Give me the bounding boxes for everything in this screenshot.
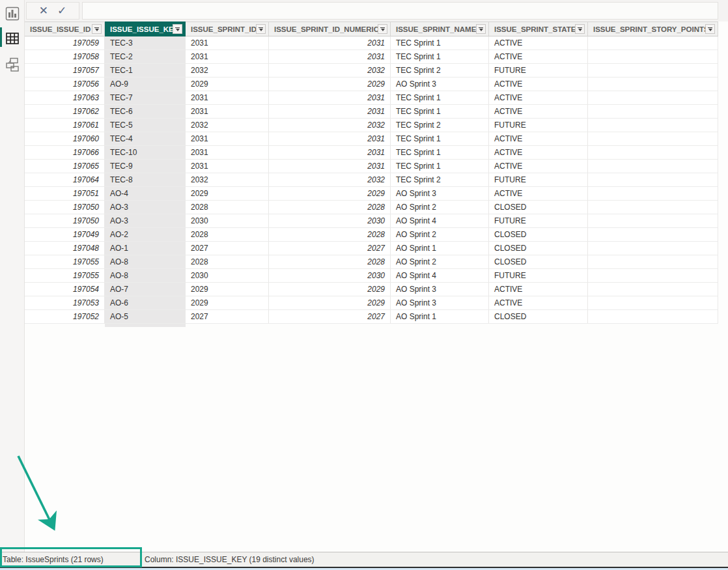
table-cell[interactable]: AO-3	[105, 201, 186, 214]
table-cell[interactable]: AO Sprint 4	[391, 214, 489, 228]
table-cell[interactable]: AO Sprint 4	[391, 269, 489, 283]
table-cell[interactable]: ACTIVE	[489, 78, 588, 91]
table-cell[interactable]: TEC Sprint 1	[391, 105, 489, 119]
column-header-issue_sprint_name[interactable]: ISSUE_SPRINT_NAME	[391, 21, 489, 36]
table-cell[interactable]: 2029	[269, 187, 391, 201]
table-cell[interactable]: AO-1	[105, 242, 186, 255]
table-cell[interactable]: ACTIVE	[489, 132, 588, 146]
table-cell[interactable]: AO Sprint 3	[391, 78, 489, 91]
table-cell[interactable]: ACTIVE	[489, 296, 588, 310]
table-cell[interactable]: TEC-8	[105, 173, 186, 187]
table-cell[interactable]: 2031	[269, 146, 391, 160]
table-cell[interactable]	[588, 119, 718, 132]
table-cell[interactable]: TEC Sprint 1	[391, 146, 489, 160]
table-cell[interactable]: 2029	[269, 296, 391, 310]
table-cell[interactable]	[588, 242, 718, 255]
table-cell[interactable]: TEC Sprint 2	[391, 64, 489, 78]
table-cell[interactable]: TEC Sprint 2	[391, 173, 489, 187]
table-cell[interactable]: AO-8	[105, 269, 186, 283]
table-cell[interactable]: TEC Sprint 1	[391, 36, 489, 50]
table-cell[interactable]: 197050	[25, 214, 105, 228]
table-cell[interactable]: ACTIVE	[489, 146, 588, 160]
column-header-issue_sprint_id_numeric[interactable]: ISSUE_SPRINT_ID_NUMERIC	[269, 21, 391, 36]
column-header-issue_issue_id[interactable]: ISSUE_ISSUE_ID	[25, 21, 105, 36]
table-cell[interactable]: TEC Sprint 1	[391, 91, 489, 105]
table-cell[interactable]: FUTURE	[489, 173, 588, 187]
table-cell[interactable]: AO Sprint 2	[391, 228, 489, 242]
table-cell[interactable]: 2031	[186, 146, 269, 160]
column-filter-dropdown-icon[interactable]	[378, 24, 387, 34]
column-filter-dropdown-icon[interactable]	[476, 24, 486, 34]
table-cell[interactable]: 2029	[186, 296, 269, 310]
table-cell[interactable]: AO Sprint 3	[391, 296, 489, 310]
table-cell[interactable]: 197057	[25, 64, 105, 78]
table-cell[interactable]	[588, 160, 718, 173]
table-cell[interactable]: TEC-5	[105, 119, 186, 132]
table-cell[interactable]: 2031	[269, 105, 391, 119]
table-cell[interactable]: 2029	[186, 78, 269, 91]
table-cell[interactable]: 197054	[25, 283, 105, 296]
table-cell[interactable]: 197048	[25, 242, 105, 255]
table-cell[interactable]	[588, 283, 718, 296]
table-cell[interactable]	[588, 255, 718, 269]
table-cell[interactable]: 197051	[25, 187, 105, 201]
table-cell[interactable]: 197055	[25, 255, 105, 269]
table-cell[interactable]: AO Sprint 3	[391, 283, 489, 296]
formula-bar-input[interactable]	[82, 2, 718, 20]
table-cell[interactable]: AO Sprint 1	[391, 242, 489, 255]
table-cell[interactable]: 197063	[25, 91, 105, 105]
table-cell[interactable]: FUTURE	[489, 214, 588, 228]
table-cell[interactable]: 2032	[186, 173, 269, 187]
table-cell[interactable]: 2027	[269, 310, 391, 324]
table-cell[interactable]: AO Sprint 3	[391, 187, 489, 201]
table-cell[interactable]	[588, 214, 718, 228]
table-cell[interactable]: AO-7	[105, 283, 186, 296]
table-cell[interactable]: AO-9	[105, 78, 186, 91]
table-cell[interactable]: 2032	[269, 64, 391, 78]
column-filter-dropdown-icon[interactable]	[256, 24, 266, 34]
table-cell[interactable]: TEC-2	[105, 50, 186, 64]
table-cell[interactable]: ACTIVE	[489, 187, 588, 201]
table-cell[interactable]: 197061	[25, 119, 105, 132]
table-cell[interactable]: 2028	[186, 255, 269, 269]
table-cell[interactable]: AO-5	[105, 310, 186, 324]
cancel-icon[interactable]: ✕	[39, 5, 48, 16]
table-cell[interactable]: FUTURE	[489, 119, 588, 132]
table-cell[interactable]: 197049	[25, 228, 105, 242]
table-cell[interactable]: 2031	[269, 50, 391, 64]
table-cell[interactable]	[588, 132, 718, 146]
table-cell[interactable]	[588, 187, 718, 201]
table-cell[interactable]: 197062	[25, 105, 105, 119]
table-cell[interactable]: AO-4	[105, 187, 186, 201]
table-cell[interactable]: CLOSED	[489, 255, 588, 269]
table-cell[interactable]: AO Sprint 2	[391, 255, 489, 269]
table-cell[interactable]: 197064	[25, 173, 105, 187]
table-cell[interactable]: TEC-6	[105, 105, 186, 119]
table-cell[interactable]: 197059	[25, 36, 105, 50]
table-cell[interactable]	[588, 50, 718, 64]
table-cell[interactable]: AO-2	[105, 228, 186, 242]
table-cell[interactable]: TEC Sprint 1	[391, 50, 489, 64]
table-cell[interactable]	[588, 64, 718, 78]
table-cell[interactable]: TEC-3	[105, 36, 186, 50]
table-cell[interactable]: 2031	[186, 105, 269, 119]
table-cell[interactable]: CLOSED	[489, 242, 588, 255]
commit-icon[interactable]: ✓	[57, 5, 66, 16]
table-cell[interactable]: ACTIVE	[489, 283, 588, 296]
table-cell[interactable]: 2030	[269, 269, 391, 283]
table-cell[interactable]: TEC Sprint 2	[391, 119, 489, 132]
table-cell[interactable]	[588, 105, 718, 119]
table-cell[interactable]: FUTURE	[489, 64, 588, 78]
table-cell[interactable]: TEC Sprint 1	[391, 160, 489, 173]
table-cell[interactable]	[588, 78, 718, 91]
table-cell[interactable]: 197058	[25, 50, 105, 64]
table-cell[interactable]	[588, 173, 718, 187]
table-cell[interactable]: 197053	[25, 296, 105, 310]
column-filter-dropdown-icon[interactable]	[92, 24, 102, 34]
table-cell[interactable]: 2029	[269, 78, 391, 91]
table-cell[interactable]: 2030	[186, 214, 269, 228]
table-cell[interactable]: 2032	[269, 119, 391, 132]
table-cell[interactable]: 2031	[186, 91, 269, 105]
table-cell[interactable]: 2032	[269, 173, 391, 187]
table-cell[interactable]: 2028	[186, 201, 269, 214]
